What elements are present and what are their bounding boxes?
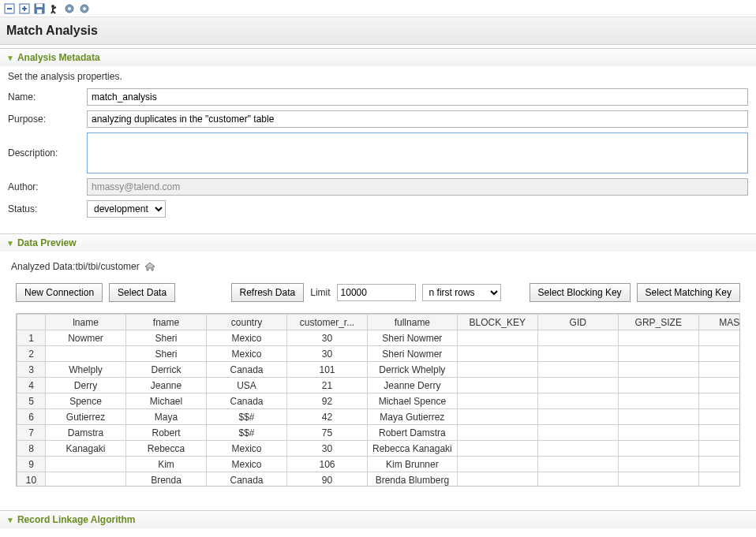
cell-gid [537, 472, 618, 487]
cell-gid [537, 330, 618, 346]
cell-lname: Gutierrez [46, 409, 126, 425]
cell-gid [537, 457, 618, 472]
cell-cr: 30 [287, 346, 368, 362]
expand-icon[interactable] [18, 2, 31, 15]
cell-fname: Jeanne [126, 378, 207, 393]
cell-fullname: Robert Damstra [368, 425, 458, 441]
home-icon[interactable] [144, 261, 155, 272]
table-header-row: lname fname country customer_r... fullna… [17, 315, 741, 330]
col-fname[interactable]: fname [126, 315, 207, 330]
table-row[interactable]: 10BrendaCanada90Brenda Blumberg [17, 472, 741, 487]
table-row[interactable]: 4DerryJeanneUSA21Jeanne Derry [17, 378, 741, 393]
row-number: 5 [17, 393, 46, 409]
metadata-desc: Set the analysis properties. [8, 71, 748, 82]
name-input[interactable] [87, 88, 748, 106]
analyzed-data-label: Analyzed Data:tbi/tbi/customer [11, 261, 140, 272]
cell-fullname: Michael Spence [368, 393, 458, 409]
cell-gid [537, 378, 618, 393]
run-icon[interactable] [48, 2, 61, 15]
cell-gid [537, 441, 618, 457]
select-blocking-key-button[interactable]: Select Blocking Key [530, 283, 631, 302]
label-description: Description: [8, 147, 87, 158]
cell-fullname: Rebecca Kanagaki [368, 441, 458, 457]
cell-fname: Maya [126, 409, 207, 425]
status-select[interactable]: development [87, 200, 166, 218]
cell-cr: 106 [287, 457, 368, 472]
horizontal-scrollbar[interactable] [16, 487, 740, 499]
cell-fullname: Brenda Blumberg [368, 472, 458, 487]
cell-fullname: Maya Gutierrez [368, 409, 458, 425]
rows-mode-select[interactable]: n first rows [422, 284, 501, 301]
cell-gs [618, 378, 698, 393]
section-header-linkage[interactable]: ▼ Record Linkage Algorithm [0, 511, 756, 528]
col-fullname[interactable]: fullname [368, 315, 458, 330]
cell-fullname: Sheri Nowmer [368, 346, 458, 362]
section-header-preview[interactable]: ▼ Data Preview [0, 234, 756, 252]
svg-rect-6 [36, 4, 43, 7]
refresh-data-button[interactable]: Refresh Data [231, 283, 305, 302]
description-input[interactable] [87, 132, 748, 173]
section-header-metadata[interactable]: ▼ Analysis Metadata [0, 49, 756, 66]
cell-country: $$# [207, 425, 287, 441]
collapse-icon[interactable] [3, 2, 16, 15]
cell-master [698, 330, 740, 346]
cell-cr: 75 [287, 425, 368, 441]
cell-fname: Sheri [126, 346, 207, 362]
cell-master [698, 441, 740, 457]
cell-cr: 21 [287, 378, 368, 393]
cell-master [698, 457, 740, 472]
section-title-metadata: Analysis Metadata [17, 52, 100, 63]
cell-gs [618, 472, 698, 487]
data-table-wrap[interactable]: lname fname country customer_r... fullna… [16, 313, 740, 487]
settings1-icon[interactable] [63, 2, 76, 15]
col-lname[interactable]: lname [46, 315, 126, 330]
row-number: 10 [17, 472, 46, 487]
settings2-icon[interactable] [78, 2, 91, 15]
select-matching-key-button[interactable]: Select Matching Key [637, 283, 740, 302]
cell-bk [457, 362, 537, 378]
col-gid[interactable]: GID [537, 315, 618, 330]
cell-bk [457, 457, 537, 472]
select-data-button[interactable]: Select Data [109, 283, 175, 302]
row-number: 8 [17, 441, 46, 457]
twisty-icon: ▼ [6, 516, 14, 524]
section-record-linkage: ▼ Record Linkage Algorithm [0, 510, 756, 528]
table-row[interactable]: 2SheriMexico30Sheri Nowmer [17, 346, 741, 362]
col-master[interactable]: MASTER [698, 315, 740, 330]
cell-lname [46, 457, 126, 472]
table-row[interactable]: 8KanagakiRebeccaMexico30Rebecca Kanagaki [17, 441, 741, 457]
cell-bk [457, 472, 537, 487]
cell-country: Canada [207, 472, 287, 487]
cell-fname: Rebecca [126, 441, 207, 457]
row-number: 2 [17, 346, 46, 362]
limit-input[interactable] [337, 284, 416, 301]
cell-cr: 30 [287, 330, 368, 346]
table-row[interactable]: 6GutierrezMaya$$#42Maya Gutierrez [17, 409, 741, 425]
row-number: 4 [17, 378, 46, 393]
new-connection-button[interactable]: New Connection [16, 283, 103, 302]
cell-gs [618, 409, 698, 425]
col-customer-r[interactable]: customer_r... [287, 315, 368, 330]
label-purpose: Purpose: [8, 114, 87, 125]
cell-lname: Derry [46, 378, 126, 393]
cell-fname: Sheri [126, 330, 207, 346]
col-block-key[interactable]: BLOCK_KEY [457, 315, 537, 330]
label-author: Author: [8, 181, 87, 192]
page-title: Match Analysis [6, 24, 750, 38]
table-row[interactable]: 5SpenceMichaelCanada92Michael Spence [17, 393, 741, 409]
table-row[interactable]: 7DamstraRobert$$#75Robert Damstra [17, 425, 741, 441]
table-row[interactable]: 9KimMexico106Kim Brunner [17, 457, 741, 472]
cell-gs [618, 330, 698, 346]
col-country[interactable]: country [207, 315, 287, 330]
table-row[interactable]: 3WhelplyDerrickCanada101Derrick Whelply [17, 362, 741, 378]
col-grp-size[interactable]: GRP_SIZE [618, 315, 698, 330]
cell-country: Mexico [207, 457, 287, 472]
cell-lname [46, 346, 126, 362]
section-title-linkage: Record Linkage Algorithm [17, 514, 136, 525]
save-icon[interactable] [33, 2, 46, 15]
purpose-input[interactable] [87, 110, 748, 128]
table-row[interactable]: 1NowmerSheriMexico30Sheri Nowmer [17, 330, 741, 346]
cell-bk [457, 409, 537, 425]
cell-country: $$# [207, 409, 287, 425]
row-number: 7 [17, 425, 46, 441]
